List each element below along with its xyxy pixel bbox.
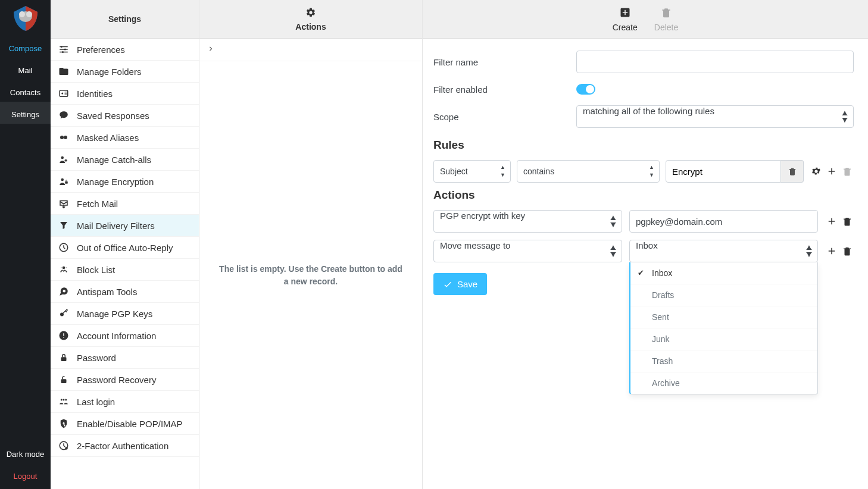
svg-rect-12 xyxy=(65,181,68,184)
settings-item-icon xyxy=(58,88,70,99)
settings-item-label: Out of Office Auto-Reply xyxy=(77,243,173,253)
rule-field-select[interactable]: Subject ▲▼ xyxy=(433,160,511,183)
save-button[interactable]: Save xyxy=(433,273,487,295)
action1-value-input[interactable] xyxy=(629,210,818,233)
form-toolbar: Create Delete xyxy=(423,0,868,39)
svg-point-2 xyxy=(26,11,32,17)
action1-add-icon[interactable] xyxy=(825,216,838,227)
create-button[interactable]: Create xyxy=(613,7,638,32)
settings-item-label: Antispam Tools xyxy=(77,287,137,297)
actions-header-label: Actions xyxy=(295,22,326,32)
settings-item-enable-disable-pop-imap[interactable]: Enable/Disable POP/IMAP xyxy=(51,413,199,435)
settings-item-icon xyxy=(58,110,70,121)
rule-clear-button[interactable] xyxy=(781,160,804,183)
settings-item-icon xyxy=(58,264,70,275)
svg-point-16 xyxy=(60,313,64,316)
settings-item-2-factor-authentication[interactable]: 2-Factor Authentication xyxy=(51,435,199,457)
action-row-1: PGP encrypt with key ▲▼ xyxy=(433,210,854,233)
settings-item-manage-catch-alls[interactable]: Manage Catch-alls xyxy=(51,149,199,171)
folder-option-junk[interactable]: Junk xyxy=(630,328,817,350)
settings-item-manage-folders[interactable]: Manage Folders xyxy=(51,61,199,83)
settings-item-last-login[interactable]: Last login xyxy=(51,391,199,413)
nav-compose[interactable]: Compose xyxy=(0,36,51,58)
settings-item-block-list[interactable]: Block List xyxy=(51,259,199,281)
form-column: Create Delete Filter name Filter enabled… xyxy=(423,0,868,489)
trash-icon xyxy=(660,7,672,21)
action2-add-icon[interactable] xyxy=(825,246,838,256)
scope-select[interactable]: matching all of the following rules xyxy=(576,105,854,128)
folder-option-archive[interactable]: Archive xyxy=(630,372,817,394)
svg-point-10 xyxy=(61,156,64,159)
settings-item-manage-pgp-keys[interactable]: Manage PGP Keys xyxy=(51,303,199,325)
svg-point-7 xyxy=(61,93,63,95)
settings-item-icon xyxy=(58,198,70,209)
action-row-2: Move message to ▲▼ Inbox ▲▼ InboxDraftsS… xyxy=(433,240,854,262)
svg-point-22 xyxy=(63,399,65,401)
settings-item-masked-aliases[interactable]: Masked Aliases xyxy=(51,127,199,149)
plus-box-icon xyxy=(619,7,631,21)
folder-option-sent[interactable]: Sent xyxy=(630,306,817,328)
rule-value-input[interactable] xyxy=(666,161,780,182)
nav-settings[interactable]: Settings xyxy=(0,102,51,124)
filter-name-input[interactable] xyxy=(576,51,854,73)
rule-op-select[interactable]: contains ▲▼ xyxy=(517,160,660,183)
settings-item-label: 2-Factor Authentication xyxy=(77,441,168,451)
settings-item-fetch-mail[interactable]: Fetch Mail xyxy=(51,193,199,215)
action1-delete-icon[interactable] xyxy=(841,216,854,227)
action2-delete-icon[interactable] xyxy=(841,246,854,256)
action2-folder-select[interactable]: Inbox xyxy=(629,240,818,262)
settings-item-icon xyxy=(58,44,70,55)
settings-item-icon xyxy=(58,352,70,363)
settings-item-out-of-office-auto-reply[interactable]: Out of Office Auto-Reply xyxy=(51,237,199,259)
nav-dark-mode[interactable]: Dark mode xyxy=(0,441,51,463)
svg-rect-19 xyxy=(61,379,67,383)
settings-item-label: Manage Encryption xyxy=(77,177,154,187)
svg-point-5 xyxy=(62,51,64,53)
settings-item-identities[interactable]: Identities xyxy=(51,83,199,105)
settings-item-label: Block List xyxy=(77,265,115,275)
settings-list: PreferencesManage FoldersIdentitiesSaved… xyxy=(51,39,199,489)
settings-item-icon xyxy=(58,286,70,297)
settings-item-label: Manage Folders xyxy=(77,67,141,77)
nav-contacts[interactable]: Contacts xyxy=(0,80,51,102)
settings-item-label: Account Information xyxy=(77,331,156,341)
settings-item-icon xyxy=(58,132,70,143)
nav-logout[interactable]: Logout xyxy=(0,463,51,489)
settings-item-icon xyxy=(58,374,70,385)
svg-point-23 xyxy=(63,422,65,424)
settings-item-saved-responses[interactable]: Saved Responses xyxy=(51,105,199,127)
folder-option-inbox[interactable]: Inbox xyxy=(630,262,817,284)
settings-item-password[interactable]: Password xyxy=(51,347,199,369)
settings-item-icon xyxy=(58,330,70,341)
nav-rail: Compose Mail Contacts Settings Dark mode… xyxy=(0,0,51,489)
settings-item-label: Fetch Mail xyxy=(77,199,118,209)
action1-type-select[interactable]: PGP encrypt with key xyxy=(433,210,622,233)
settings-header: Settings xyxy=(51,0,199,39)
rule-add-icon[interactable] xyxy=(825,166,838,177)
folder-option-trash[interactable]: Trash xyxy=(630,350,817,372)
rule-settings-icon[interactable] xyxy=(810,166,823,177)
settings-item-password-recovery[interactable]: Password Recovery xyxy=(51,369,199,391)
action2-type-select[interactable]: Move message to xyxy=(433,240,622,262)
filter-enabled-label: Filter enabled xyxy=(433,84,576,95)
svg-point-11 xyxy=(61,178,64,181)
settings-item-label: Saved Responses xyxy=(77,111,149,121)
settings-item-account-information[interactable]: Account Information xyxy=(51,325,199,347)
folder-option-drafts[interactable]: Drafts xyxy=(630,284,817,306)
settings-item-antispam-tools[interactable]: Antispam Tools xyxy=(51,281,199,303)
svg-point-14 xyxy=(63,267,65,269)
svg-point-8 xyxy=(60,136,64,139)
settings-item-manage-encryption[interactable]: Manage Encryption xyxy=(51,171,199,193)
settings-item-label: Password Recovery xyxy=(77,375,156,385)
settings-item-label: Enable/Disable POP/IMAP xyxy=(77,419,183,429)
nav-dark-label: Dark mode xyxy=(7,450,45,459)
settings-item-preferences[interactable]: Preferences xyxy=(51,39,199,61)
settings-item-mail-delivery-filters[interactable]: Mail Delivery Filters xyxy=(51,215,199,237)
nav-mail[interactable]: Mail xyxy=(0,58,51,80)
settings-item-icon xyxy=(58,66,70,77)
settings-item-label: Masked Aliases xyxy=(77,133,139,143)
settings-item-icon xyxy=(58,220,70,231)
rule-row: Subject ▲▼ contains ▲▼ xyxy=(433,160,854,183)
filter-enabled-toggle[interactable] xyxy=(576,84,595,95)
chevron-right-icon[interactable] xyxy=(199,39,422,61)
